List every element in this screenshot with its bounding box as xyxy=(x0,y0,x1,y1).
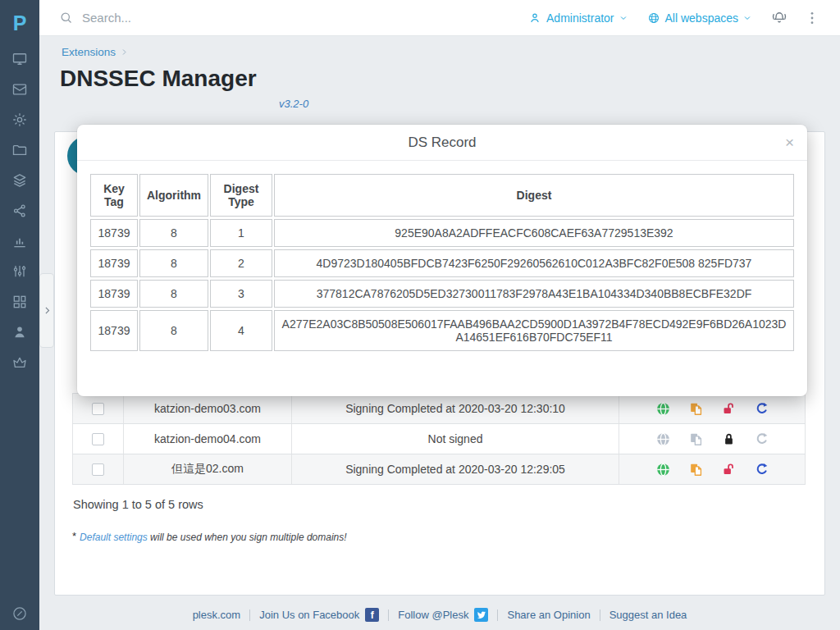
user-icon[interactable] xyxy=(11,324,28,340)
ds-record-row: 18739 8 3 377812CA7876205D5ED32730011783… xyxy=(90,280,794,308)
chevron-down-icon xyxy=(619,14,628,22)
plesk-com-link[interactable]: plesk.com xyxy=(193,609,241,621)
algorithm-value: 8 xyxy=(139,219,208,247)
suggest-idea-link[interactable]: Suggest an Idea xyxy=(609,609,687,621)
domains-table: katzion-demo03.com Signing Completed at … xyxy=(72,393,806,485)
facebook-link[interactable]: Join Us on Facebook f xyxy=(259,608,379,622)
row-checkbox[interactable] xyxy=(92,403,104,415)
unlock-icon[interactable] xyxy=(721,401,737,417)
signing-status: Signing Completed at 2020-03-20 12:30:10 xyxy=(291,394,619,423)
globe-icon[interactable] xyxy=(655,401,671,417)
plesk-app: P Administrator xyxy=(0,0,840,630)
page-title: DNSSEC Manager xyxy=(60,66,257,92)
ds-record-row: 18739 8 2 4D9723D180405BFDCB7423F6250F29… xyxy=(90,249,794,277)
gear-icon[interactable] xyxy=(11,112,28,128)
breadcrumb-extensions-link[interactable]: Extensions xyxy=(62,46,116,58)
column-header-digest-type: Digest Type xyxy=(210,174,272,217)
webspaces-menu[interactable]: All webspaces xyxy=(647,11,752,25)
key-tag-value: 18739 xyxy=(90,310,138,351)
person-icon xyxy=(528,11,541,25)
table-row: katzion-demo03.com Signing Completed at … xyxy=(72,394,806,424)
kebab-menu-icon[interactable] xyxy=(807,11,817,25)
bar-chart-icon[interactable] xyxy=(11,233,28,249)
share-icon[interactable] xyxy=(11,203,28,219)
facebook-link-label: Join Us on Facebook xyxy=(259,609,359,621)
layers-icon[interactable] xyxy=(11,172,28,189)
digest-value: 4D9723D180405BFDCB7423F6250F29260562610C… xyxy=(274,249,794,277)
row-checkbox[interactable] xyxy=(92,433,104,445)
chevron-down-icon xyxy=(743,14,751,22)
table-row: 但這是02.com Signing Completed at 2020-03-2… xyxy=(72,454,806,485)
column-header-digest: Digest xyxy=(274,174,794,217)
ds-record-row: 18739 8 4 A277E2A03C8B50508E506017FAAB49… xyxy=(90,310,794,351)
top-bar: Administrator All webspaces xyxy=(39,0,840,36)
ds-record-modal: DS Record × Key Tag Algorithm Digest Typ… xyxy=(77,125,807,396)
table-row: katzion-demo04.com Not signed xyxy=(72,424,806,454)
modal-header: DS Record × xyxy=(77,125,807,161)
sidebar-expand-handle[interactable] xyxy=(39,273,54,348)
digest-value: 377812CA7876205D5ED32730011783F2978A43E1… xyxy=(274,280,794,308)
crown-icon[interactable] xyxy=(11,354,28,371)
globe-icon[interactable] xyxy=(655,431,671,447)
chevron-right-icon xyxy=(43,306,52,315)
unlock-icon[interactable] xyxy=(721,462,737,477)
search-box xyxy=(59,10,528,25)
mail-icon[interactable] xyxy=(11,81,28,98)
algorithm-value: 8 xyxy=(139,280,208,308)
digest-value: A277E2A03C8B50508E506017FAAB496BAA2CD590… xyxy=(274,310,794,351)
sliders-icon[interactable] xyxy=(11,263,28,280)
grid-icon[interactable] xyxy=(11,294,28,310)
footer-divider xyxy=(388,609,389,621)
lock-icon[interactable] xyxy=(721,431,737,447)
footer-divider xyxy=(600,609,600,621)
monitor-icon[interactable] xyxy=(11,51,28,67)
folder-icon[interactable] xyxy=(11,142,28,158)
default-settings-note: *Default settings will be used when you … xyxy=(72,530,347,543)
webspaces-menu-label: All webspaces xyxy=(665,11,739,25)
user-menu[interactable]: Administrator xyxy=(528,11,627,25)
chevron-right-icon xyxy=(121,48,128,56)
compass-icon[interactable] xyxy=(11,605,28,622)
domain-name: 但這是02.com xyxy=(123,454,291,484)
twitter-link[interactable]: Follow @Plesk xyxy=(398,608,488,622)
key-tag-value: 18739 xyxy=(90,249,138,277)
copy-ds-icon[interactable] xyxy=(688,401,704,417)
digest-type-value: 4 xyxy=(210,310,272,351)
plesk-logo[interactable]: P xyxy=(0,11,39,35)
refresh-icon[interactable] xyxy=(754,431,769,447)
copy-ds-icon[interactable] xyxy=(688,431,704,447)
key-tag-value: 18739 xyxy=(90,219,138,247)
bell-icon[interactable] xyxy=(771,10,788,26)
signing-status: Not signed xyxy=(291,424,619,454)
copy-ds-icon[interactable] xyxy=(688,462,704,477)
digest-type-value: 1 xyxy=(210,219,272,247)
footer-divider xyxy=(249,609,250,621)
ds-record-table: Key Tag Algorithm Digest Type Digest 187… xyxy=(89,171,796,354)
digest-type-value: 2 xyxy=(210,249,272,277)
search-input[interactable] xyxy=(80,10,326,25)
key-tag-value: 18739 xyxy=(90,280,138,308)
sidebar-nav xyxy=(0,51,39,371)
refresh-icon[interactable] xyxy=(754,401,769,417)
digest-value: 925E90A8A2ADFFEACFC608CAEF63A7729513E392 xyxy=(274,219,794,247)
facebook-icon[interactable]: f xyxy=(365,608,379,622)
globe-icon[interactable] xyxy=(655,462,671,477)
globe-icon xyxy=(647,11,660,25)
refresh-icon[interactable] xyxy=(754,462,769,477)
share-opinion-link[interactable]: Share an Opinion xyxy=(507,609,590,621)
footer-divider xyxy=(497,609,498,621)
asterisk: * xyxy=(72,530,76,542)
digest-type-value: 3 xyxy=(210,280,272,308)
extension-version: v3.2-0 xyxy=(279,98,308,110)
ds-record-row: 18739 8 1 925E90A8A2ADFFEACFC608CAEF63A7… xyxy=(90,219,794,247)
note-text: will be used when you sign multiple doma… xyxy=(148,532,347,543)
domain-name: katzion-demo04.com xyxy=(123,424,291,454)
twitter-icon[interactable] xyxy=(474,608,488,622)
algorithm-value: 8 xyxy=(139,249,208,277)
close-icon[interactable]: × xyxy=(785,125,794,161)
default-settings-link[interactable]: Default settings xyxy=(80,532,148,543)
page-footer: plesk.com Join Us on Facebook f Follow @… xyxy=(39,608,840,622)
rows-summary: Showing 1 to 5 of 5 rows xyxy=(73,498,203,511)
row-checkbox[interactable] xyxy=(92,463,104,476)
signing-status: Signing Completed at 2020-03-20 12:29:05 xyxy=(291,454,619,484)
